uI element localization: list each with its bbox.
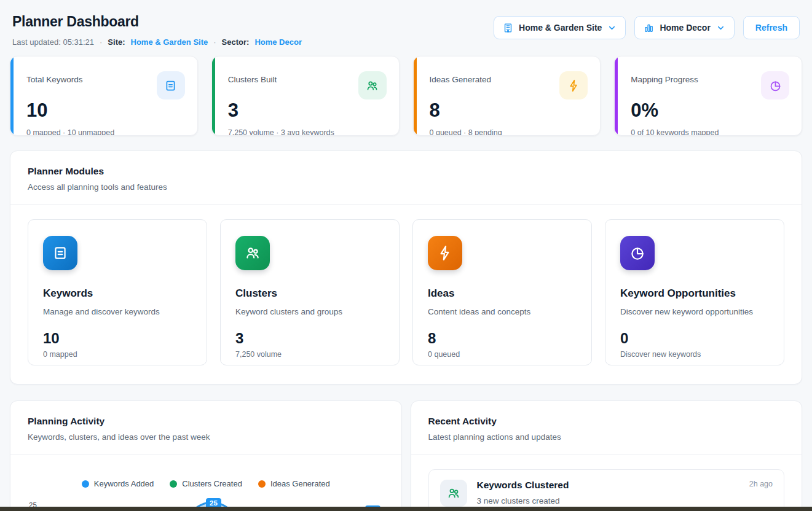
stat-label: Mapping Progress <box>631 71 698 84</box>
building-icon <box>503 23 513 33</box>
legend-label: Keywords Added <box>94 479 154 488</box>
planning-activity-panel: Planning Activity Keywords, clusters, an… <box>10 400 402 511</box>
module-description: Discover new keyword opportunities <box>620 307 769 316</box>
stat-label: Ideas Generated <box>430 71 492 84</box>
chevron-down-icon <box>716 23 725 33</box>
modules-panel-header: Planner Modules Access all planning tool… <box>10 151 802 204</box>
sector-selector-dropdown[interactable]: Home Decor <box>634 16 734 39</box>
module-title: Keywords <box>43 287 192 300</box>
modules-grid: Keywords Manage and discover keywords 10… <box>10 205 802 384</box>
site-selector-value: Home & Garden Site <box>519 23 602 33</box>
planning-activity-title: Planning Activity <box>28 416 384 427</box>
page-header: Planner Dashboard Last updated: 05:31:21… <box>10 14 802 47</box>
activity-list-item: Keywords Clustered 2h ago 3 new clusters… <box>428 469 785 511</box>
pie-chart-icon <box>761 71 789 99</box>
legend-dot-icon <box>170 480 177 488</box>
bottom-row: Planning Activity Keywords, clusters, an… <box>10 400 802 511</box>
document-icon <box>43 236 77 270</box>
page-title: Planner Dashboard <box>12 14 302 30</box>
legend-item-ideas-generated: Ideas Generated <box>258 479 330 488</box>
module-subtext: 0 queued <box>428 350 577 359</box>
module-subtext: Discover new keywords <box>620 350 769 359</box>
recent-activity-subtitle: Latest planning actions and updates <box>428 432 785 442</box>
legend-label: Clusters Created <box>182 479 242 488</box>
sector-label: Sector: <box>222 37 250 47</box>
site-link[interactable]: Home & Garden Site <box>131 37 208 47</box>
stat-card-total-keywords: Total Keywords 10 0 mapped · 10 unmapped <box>10 56 198 136</box>
activity-item-title: Keywords Clustered <box>477 480 569 491</box>
lightning-icon <box>428 236 462 270</box>
stat-label: Total Keywords <box>26 71 83 84</box>
activity-item-description: 3 new clusters created <box>477 496 773 505</box>
planning-activity-header: Planning Activity Keywords, clusters, an… <box>10 401 401 454</box>
stat-subtext: 0 of 10 keywords mapped <box>631 128 789 136</box>
header-actions: Home & Garden Site Home Decor Refresh <box>494 16 800 39</box>
stat-card-mapping-progress: Mapping Progress 0% 0 of 10 keywords map… <box>614 56 802 136</box>
module-value: 3 <box>235 331 384 346</box>
users-icon <box>440 480 467 507</box>
stat-subtext: 0 queued · 8 pending <box>430 128 588 136</box>
module-card-clusters[interactable]: Clusters Keyword clusters and groups 3 7… <box>220 219 400 365</box>
sector-selector-value: Home Decor <box>660 23 710 33</box>
module-description: Content ideas and concepts <box>428 307 577 316</box>
stat-value: 8 <box>430 101 588 120</box>
stat-card-ideas-generated: Ideas Generated 8 0 queued · 8 pending <box>413 56 601 136</box>
stats-row: Total Keywords 10 0 mapped · 10 unmapped… <box>10 56 802 136</box>
bottom-bar <box>0 507 812 511</box>
last-updated-text: Last updated: 05:31:21 <box>12 37 94 47</box>
stat-value: 0% <box>631 101 789 120</box>
refresh-button[interactable]: Refresh <box>743 16 800 39</box>
module-card-keywords[interactable]: Keywords Manage and discover keywords 10… <box>28 219 207 365</box>
legend-label: Ideas Generated <box>270 479 330 488</box>
meta-separator: · <box>213 37 216 47</box>
sector-link[interactable]: Home Decor <box>254 37 302 47</box>
legend-dot-icon <box>258 480 266 488</box>
planner-modules-panel: Planner Modules Access all planning tool… <box>10 150 802 384</box>
activity-item-body: Keywords Clustered 2h ago 3 new clusters… <box>477 480 773 505</box>
legend-item-keywords-added: Keywords Added <box>82 479 154 488</box>
legend-item-clusters-created: Clusters Created <box>170 479 242 488</box>
site-selector-dropdown[interactable]: Home & Garden Site <box>494 16 626 39</box>
module-description: Keyword clusters and groups <box>235 307 384 316</box>
bar-chart-icon <box>644 23 654 33</box>
module-value: 0 <box>620 331 769 346</box>
stat-value: 10 <box>26 101 185 120</box>
lightning-icon <box>559 71 588 99</box>
chart-legend: Keywords Added Clusters Created Ideas Ge… <box>10 479 401 488</box>
meta-separator: · <box>100 37 102 47</box>
stat-card-clusters-built: Clusters Built 3 7,250 volume · 3 avg ke… <box>211 56 400 136</box>
users-icon <box>235 236 270 270</box>
module-subtext: 0 mapped <box>43 350 192 359</box>
legend-dot-icon <box>82 480 89 488</box>
module-card-keyword-opportunities[interactable]: Keyword Opportunities Discover new keywo… <box>605 219 784 365</box>
stat-value: 3 <box>228 101 387 120</box>
document-icon <box>157 71 185 99</box>
stat-label: Clusters Built <box>228 71 277 84</box>
module-value: 10 <box>43 331 192 346</box>
module-title: Keyword Opportunities <box>620 287 769 300</box>
planner-dashboard-page: Planner Dashboard Last updated: 05:31:21… <box>0 0 812 511</box>
planning-activity-subtitle: Keywords, clusters, and ideas over the p… <box>28 432 384 442</box>
module-value: 8 <box>428 331 577 346</box>
stat-subtext: 0 mapped · 10 unmapped <box>26 128 185 136</box>
header-left: Planner Dashboard Last updated: 05:31:21… <box>12 14 302 47</box>
module-description: Manage and discover keywords <box>43 307 192 316</box>
recent-activity-panel: Recent Activity Latest planning actions … <box>411 400 803 511</box>
divider <box>10 454 401 454</box>
recent-activity-title: Recent Activity <box>428 416 785 427</box>
module-card-ideas[interactable]: Ideas Content ideas and concepts 8 0 que… <box>412 219 592 365</box>
modules-subtitle: Access all planning tools and features <box>28 182 784 192</box>
pie-chart-icon <box>620 236 655 270</box>
module-subtext: 7,250 volume <box>235 350 384 359</box>
stat-subtext: 7,250 volume · 3 avg keywords <box>228 128 387 136</box>
header-meta: Last updated: 05:31:21 · Site: Home & Ga… <box>12 37 302 47</box>
site-label: Site: <box>108 37 125 47</box>
activity-item-time: 2h ago <box>749 480 773 488</box>
module-title: Ideas <box>428 287 577 300</box>
module-title: Clusters <box>235 287 384 300</box>
divider <box>411 454 802 454</box>
recent-activity-header: Recent Activity Latest planning actions … <box>411 401 802 454</box>
chevron-down-icon <box>607 23 617 33</box>
modules-title: Planner Modules <box>28 166 784 177</box>
users-icon <box>358 71 387 99</box>
